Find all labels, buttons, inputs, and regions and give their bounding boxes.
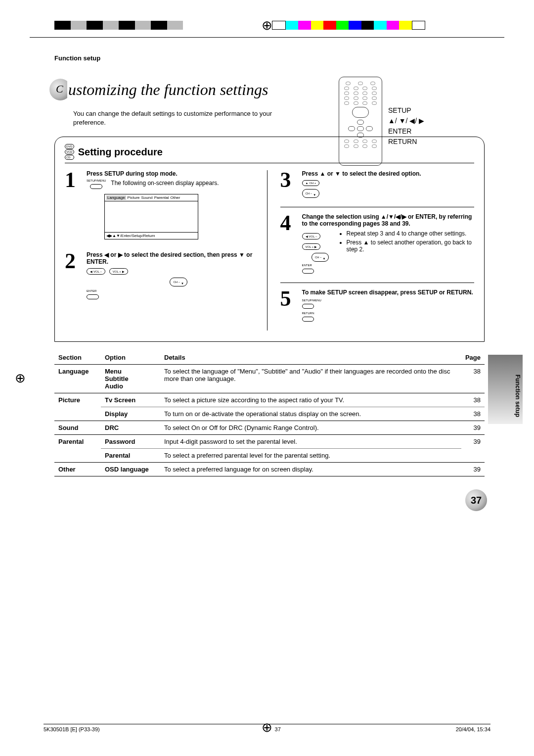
step-3: 3 Press ▲ or ▼ to select the desired opt… (280, 170, 475, 198)
step-bullet: Press ▲ to select another operation, go … (347, 239, 474, 253)
bw-calibration-bar (54, 21, 183, 30)
osd-tab: Picture (128, 195, 140, 200)
cell-details: To select On or Off for DRC (Dynamic Ran… (160, 421, 461, 435)
footer-left: 5K30501B [E] (P33-39) (44, 726, 100, 732)
enter-button-icon (302, 269, 314, 274)
title-row: ustomizing the function settings SETUP E… (54, 77, 485, 106)
th-page: Page (461, 351, 485, 365)
print-registration-marks: ⊕ (0, 21, 534, 36)
vol-plus-icon: VOL + ▶ (109, 268, 128, 275)
cell-page: 38 (461, 407, 485, 421)
th-details: Details (160, 351, 461, 365)
page-number-badge: 37 (465, 489, 487, 511)
step-title: Press ▲ or ▼ to select the desired optio… (302, 170, 475, 177)
table-row: Picture Tv Screen To select a picture si… (54, 393, 485, 407)
osd-tab: Language (106, 195, 126, 200)
intro-text: You can change the default settings to c… (73, 109, 301, 127)
side-tab-label: Function setup (514, 375, 521, 417)
cell-details: To turn on or de-activate the operationa… (160, 407, 461, 421)
osd-tab: Sound (141, 195, 153, 200)
disc-type-tags: DVD VCD CD (65, 144, 74, 160)
cell-details: To select the language of "Menu", "Subti… (160, 365, 461, 393)
page-number: 37 (465, 489, 487, 511)
step-text: The following on-screen display appears. (111, 179, 219, 188)
ch-minus-icon: CH –▼ (170, 278, 187, 286)
step-number: 1 (65, 170, 82, 242)
cell-page: 38 (461, 393, 485, 407)
step-title: Press ◀ or ▶ to select the desired secti… (87, 251, 259, 265)
tag-dvd: DVD (65, 144, 74, 149)
step-title: Press SETUP during stop mode. (87, 170, 259, 177)
setup-button-icon (302, 304, 314, 309)
vol-minus-icon: ◀ VOL – (87, 268, 105, 275)
cell-page: 39 (461, 421, 485, 435)
osd-preview: Language Picture Sound Parental Other ◀▶… (104, 194, 198, 239)
cell-section: Language (54, 365, 101, 393)
th-section: Section (54, 351, 101, 365)
ch-minus-icon: CH –▼ (312, 253, 329, 262)
cell-page: 39 (461, 435, 485, 463)
cell-option: Tv Screen (101, 393, 160, 407)
ch-minus-icon: CH –▼ (302, 189, 320, 198)
step-number: 4 (280, 213, 297, 274)
step-1: 1 Press SETUP during stop mode. SETUP/ME… (65, 170, 259, 242)
return-button-icon (302, 317, 314, 322)
crop-target-icon: ⊕ (262, 18, 272, 33)
table-row: Parental To select a preferred parental … (54, 449, 485, 463)
cell-option: Display (101, 407, 160, 421)
cell-section: Other (54, 463, 101, 476)
vol-plus-icon: VOL + ▶ (302, 243, 321, 250)
cell-section: Picture (54, 393, 101, 421)
settings-table: Section Option Details Page Language Men… (54, 351, 485, 476)
cell-option: OSD language (101, 463, 160, 476)
th-option: Option (101, 351, 160, 365)
osd-tab: Other (170, 195, 180, 200)
step-bullet: Repeat step 3 and 4 to change other sett… (347, 230, 474, 237)
color-calibration-bar (272, 21, 425, 30)
table-row: Sound DRC To select On or Off for DRC (D… (54, 421, 485, 435)
button-label: ENTER (302, 264, 339, 267)
button-label: RETURN (302, 312, 475, 315)
tag-cd: CD (65, 155, 74, 160)
osd-tab: Parental (154, 195, 169, 200)
step-4: 4 Change the selection using ▲/▼/◀/▶ or … (280, 213, 475, 274)
procedure-title: Setting procedure (78, 146, 163, 158)
page-title: ustomizing the function settings (67, 81, 268, 99)
ch-plus-icon: ▲CH + (302, 180, 320, 186)
steps-right-column: 3 Press ▲ or ▼ to select the desired opt… (277, 170, 475, 331)
cell-section: Sound (54, 421, 101, 435)
step-number: 5 (280, 289, 297, 322)
table-row: Display To turn on or de-activate the op… (54, 407, 485, 421)
tag-vcd: VCD (65, 149, 74, 154)
step-title: To make SETUP screen disappear, press SE… (302, 289, 475, 296)
vol-minus-icon: ◀ VOL – (302, 233, 321, 239)
step-number: 2 (65, 251, 82, 299)
osd-footer: ◀▶▲▼/Enter/Setup/Return (105, 232, 198, 239)
enter-button-icon (87, 294, 99, 299)
cell-section: Parental (54, 435, 101, 463)
step-5: 5 To make SETUP screen disappear, press … (280, 289, 475, 322)
footer-center: 37 (275, 726, 281, 732)
side-tab: Function setup (488, 355, 523, 424)
table-row: Parental Password Input 4-digit password… (54, 435, 485, 449)
steps-left-column: 1 Press SETUP during stop mode. SETUP/ME… (65, 170, 267, 331)
crop-target-icon: ⊕ (15, 371, 26, 386)
cell-option: Parental (101, 449, 160, 463)
remote-label-setup: SETUP (388, 105, 424, 116)
step-title: Change the selection using ▲/▼/◀/▶ or EN… (302, 213, 475, 227)
cell-page: 38 (461, 365, 485, 393)
cell-details: To select a picture size according to th… (160, 393, 461, 407)
cell-option: Password (101, 435, 160, 449)
setup-button-icon (90, 184, 102, 189)
crop-target-icon: ⊕ (262, 720, 272, 735)
section-header: Function setup (54, 54, 485, 62)
button-label: ENTER (87, 289, 259, 292)
cell-page: 39 (461, 463, 485, 476)
remote-label-arrows (388, 116, 424, 126)
cell-option: Menu Subtitle Audio (101, 365, 160, 393)
step-number: 3 (280, 170, 297, 198)
cell-details: To select a preferred language for on sc… (160, 463, 461, 476)
button-label: SETUP/MENU (302, 299, 475, 302)
cell-details: To select a preferred parental level for… (160, 449, 461, 463)
remote-label-enter: ENTER (388, 126, 424, 137)
